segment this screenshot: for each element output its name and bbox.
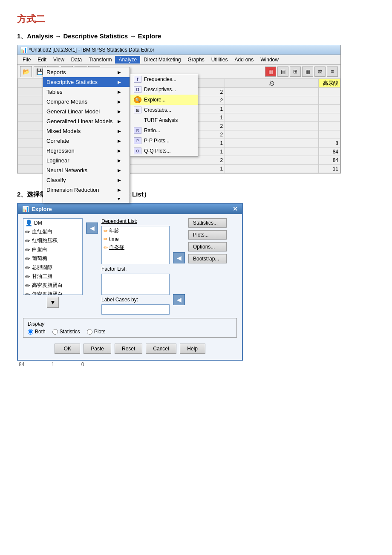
var-item-dm[interactable]: 👤 DM	[23, 219, 82, 227]
submenu-explore[interactable]: 🔍 Explore...	[130, 95, 198, 105]
menu-item-classify[interactable]: Classify▶	[43, 175, 130, 185]
menu-data[interactable]: Data	[68, 56, 85, 64]
menu-edit[interactable]: Edit	[34, 56, 50, 64]
menu-add-ons[interactable]: Add-ons	[231, 56, 257, 64]
spss-title-bar: 📊 *Untitled2 [DataSet1] - IBM SPSS Stati…	[17, 45, 340, 55]
submenu-ratio[interactable]: R Ratio...	[130, 125, 198, 136]
menu-item-correlate[interactable]: Correlate▶	[43, 136, 130, 146]
submenu-frequencies[interactable]: f Frequencies...	[130, 74, 198, 84]
radio-both-input[interactable]	[28, 329, 33, 335]
scroll-down-button[interactable]: ▼	[47, 297, 59, 308]
menu-item-reports[interactable]: Reports▶	[43, 67, 130, 77]
menu-item-regression[interactable]: Regression▶	[43, 146, 130, 156]
move-to-dep-button[interactable]: ◀	[86, 223, 98, 234]
submenu-crosstabs[interactable]: ⊞ Crosstabs...	[130, 105, 198, 115]
radio-both[interactable]: Both	[28, 329, 46, 335]
menu-graphs[interactable]: Graphs	[184, 56, 208, 64]
menu-analyze[interactable]: Analyze	[115, 56, 140, 64]
var-item-ldl[interactable]: ✏ 低密度脂蛋白	[23, 290, 82, 295]
menu-item-general-linear[interactable]: General Linear Model▶	[43, 107, 130, 116]
menu-item-mixed[interactable]: Mixed Models▶	[43, 126, 130, 136]
plots-button[interactable]: Plots...	[188, 230, 227, 240]
menu-item-compare-means[interactable]: Compare Means▶	[43, 97, 130, 107]
table-row	[319, 96, 340, 105]
submenu-descriptives[interactable]: D Descriptives...	[130, 84, 198, 95]
dialog-close-button[interactable]: ✕	[233, 205, 238, 212]
col-gaosuanheader: 高尿酸	[319, 79, 340, 88]
menu-window[interactable]: Window	[257, 56, 282, 64]
var-item-tg[interactable]: ✏ 甘油三脂	[23, 272, 82, 281]
var-item-chol[interactable]: ✏ 总胆固醇	[23, 263, 82, 272]
submenu-turf[interactable]: TURF Analysis	[130, 115, 198, 125]
bottom-data-value: 84	[19, 361, 24, 367]
var-icon-alb: ✏	[25, 246, 30, 253]
radio-both-label: Both	[35, 329, 46, 335]
help-button[interactable]: Help	[180, 344, 205, 354]
menu-item-tables[interactable]: Tables▶	[43, 87, 130, 97]
var-item-rbc[interactable]: ✏ 红细胞压积	[23, 236, 82, 245]
menu-direct-marketing[interactable]: Direct Marketing	[140, 56, 184, 64]
move-to-factor-button[interactable]: ◀	[173, 252, 185, 263]
open-button[interactable]: 📂	[20, 66, 32, 77]
menu-transform[interactable]: Transform	[85, 56, 115, 64]
variable-list[interactable]: 👤 DM ✏ 血红蛋白 ✏ 红细胞压积 ✏ 白蛋白	[23, 218, 83, 295]
statistics-button[interactable]: Statistics...	[188, 218, 227, 228]
cancel-button[interactable]: Cancel	[146, 344, 176, 354]
ok-button[interactable]: OK	[55, 344, 80, 354]
toolbar-icon6[interactable]: ≡	[327, 66, 338, 77]
dialog-title-icon: 📊	[22, 206, 29, 212]
menu-item-generalized[interactable]: Generalized Linear Models▶	[43, 116, 130, 126]
frequencies-icon: f	[134, 76, 141, 83]
var-item-alb[interactable]: ✏ 白蛋白	[23, 245, 82, 254]
right-data-table: 高尿酸 8 84 84 11	[319, 79, 340, 173]
menu-utilities[interactable]: Utilities	[208, 56, 231, 64]
dep-list-label: Dependent List:	[101, 218, 170, 224]
radio-plots-input[interactable]	[87, 329, 92, 335]
var-item-hgb[interactable]: ✏ 血红蛋白	[23, 227, 82, 236]
descriptives-icon: D	[134, 86, 141, 93]
table-row	[319, 88, 340, 96]
label-cases-label: Label Cases by:	[101, 297, 170, 303]
dep-item-age[interactable]: ✏ 年龄	[102, 226, 169, 235]
dep-icon-age: ✏	[104, 228, 108, 234]
display-section: Display Both Statistics Plots	[23, 318, 237, 338]
radio-plots[interactable]: Plots	[87, 329, 106, 335]
menu-overlay: Reports▶ Descriptive Statistics▶ Tables▶…	[43, 67, 198, 203]
menu-item-more[interactable]: ▼	[43, 195, 130, 203]
toolbar-icon5[interactable]: ⚖	[314, 66, 326, 77]
menu-view[interactable]: View	[50, 56, 68, 64]
menu-file[interactable]: File	[19, 56, 34, 64]
menu-item-dimension[interactable]: Dimension Reduction▶	[43, 185, 130, 195]
reset-button[interactable]: Reset	[115, 344, 142, 354]
toolbar-icon4[interactable]: ▦	[302, 66, 313, 77]
analyze-dropdown[interactable]: Reports▶ Descriptive Statistics▶ Tables▶…	[43, 67, 130, 203]
arrow-buttons-col: ◀	[86, 218, 98, 315]
side-buttons-col: Statistics... Plots... Options... Bootst…	[188, 218, 227, 315]
submenu-pp[interactable]: P P-P Plots...	[130, 136, 198, 146]
menu-item-neural[interactable]: Neural Networks▶	[43, 165, 130, 175]
toolbar-icon3[interactable]: ⊞	[290, 66, 301, 77]
submenu-qq[interactable]: Q Q-Q Plots...	[130, 146, 198, 156]
move-to-label-button[interactable]: ◀	[173, 294, 185, 305]
dialog-body: 👤 DM ✏ 血红蛋白 ✏ 红细胞压积 ✏ 白蛋白	[18, 214, 242, 360]
turf-icon	[134, 117, 141, 124]
dialog-title-bar: 📊 Explore ✕	[18, 204, 242, 214]
dep-item-blood[interactable]: ✏ 血炎症	[102, 243, 169, 252]
factor-list[interactable]	[101, 274, 170, 295]
menu-item-loglinear[interactable]: Loglinear▶	[43, 156, 130, 165]
var-item-hdl[interactable]: ✏ 高密度脂蛋白	[23, 281, 82, 290]
bootstrap-button[interactable]: Bootstrap...	[188, 254, 227, 263]
descriptive-submenu[interactable]: f Frequencies... D Descriptives... 🔍 Exp…	[130, 74, 198, 156]
menu-item-descriptive-statistics[interactable]: Descriptive Statistics▶	[43, 77, 130, 87]
table-row	[319, 113, 340, 122]
var-item-glu[interactable]: ✏ 葡萄糖	[23, 254, 82, 263]
label-list[interactable]	[101, 304, 170, 315]
toolbar-icon1[interactable]: ▦	[265, 66, 276, 77]
dep-item-time[interactable]: ✏ time	[102, 235, 169, 243]
radio-statistics[interactable]: Statistics	[52, 329, 80, 335]
radio-statistics-input[interactable]	[52, 329, 58, 335]
options-button[interactable]: Options...	[188, 242, 227, 251]
paste-button[interactable]: Paste	[84, 344, 111, 354]
dependent-list[interactable]: ✏ 年龄 ✏ time ✏ 血炎症	[101, 226, 170, 264]
toolbar-icon2[interactable]: ▤	[277, 66, 288, 77]
